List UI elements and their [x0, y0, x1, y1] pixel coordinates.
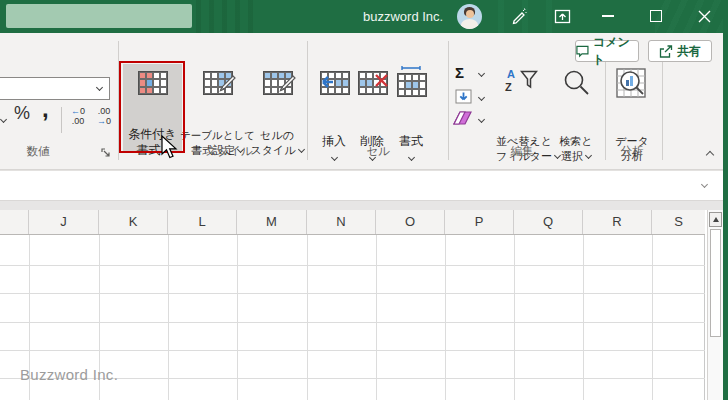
sigma-icon: Σ [455, 64, 464, 81]
cell-styles-button[interactable]: セルの スタイル [250, 64, 304, 152]
group-label-styles: スタイル [199, 144, 259, 159]
dec-decimal-zeros: .00 [92, 106, 116, 116]
comments-label: コメント [593, 34, 638, 68]
delete-x-icon [374, 73, 389, 88]
find-select-button[interactable]: 検索と 選択 [553, 66, 599, 158]
number-dialog-launcher[interactable] [101, 145, 112, 163]
share-label: 共有 [677, 43, 701, 60]
ruler-icon [401, 66, 421, 71]
filter-funnel-icon [520, 70, 538, 92]
autosum-button[interactable]: Σ [455, 64, 489, 83]
group-separator [118, 41, 119, 160]
brush-icon [214, 74, 236, 96]
dropdown-chevron-icon [331, 154, 338, 161]
triangle-up-icon [713, 217, 719, 222]
chevron-up-icon [706, 151, 714, 159]
vertical-scrollbar[interactable] [707, 210, 723, 400]
formula-bar[interactable] [0, 170, 723, 201]
inc-decimal-zeros: .00 [66, 116, 90, 126]
comment-bubble-icon [576, 45, 589, 58]
dropdown-chevron-icon [478, 70, 485, 77]
gridline-h [0, 265, 705, 266]
combo-chevron-icon[interactable] [96, 84, 103, 91]
ink-pen-icon[interactable] [509, 6, 529, 26]
avatar[interactable] [457, 4, 482, 29]
formula-headers-gap [0, 201, 723, 210]
column-header[interactable]: J [29, 210, 99, 234]
window-right-edge [723, 0, 728, 400]
account-name: buzzword Inc. [363, 0, 443, 33]
scrollbar-thumb[interactable] [710, 229, 721, 337]
number-format-combo[interactable] [0, 77, 110, 100]
group-label-analysis: 分析 [608, 144, 656, 159]
sort-a-glyph: A [507, 68, 515, 80]
grid-right-edge [704, 235, 705, 400]
format-as-table-button[interactable]: テーブルとして 書式設定 [186, 64, 248, 152]
gridline-h [0, 350, 705, 351]
cell-text-watermark: Buzzword Inc. [20, 366, 118, 383]
sheet-grid[interactable]: Buzzword Inc. [0, 235, 705, 400]
insert-label: 挿入 [316, 134, 352, 149]
dropdown-chevron-icon [478, 116, 485, 123]
fill-down-icon [455, 89, 472, 104]
cell-styles-label-1: セルの [250, 128, 304, 142]
cropped-dropdown-chevron-icon[interactable] [0, 116, 7, 123]
fill-button[interactable] [455, 89, 489, 106]
ribbon: % , ←0 .00 .00 →0 数値 条件付き 書式 [0, 33, 728, 170]
close-button[interactable] [694, 6, 714, 26]
column-header[interactable]: K [99, 210, 168, 234]
column-header[interactable]: Q [514, 210, 583, 234]
column-header[interactable]: M [237, 210, 307, 234]
data-analysis-icon [616, 68, 649, 103]
gridline-v [445, 235, 446, 400]
find-select-label-2: 選択 [553, 149, 599, 163]
column-header[interactable]: O [376, 210, 445, 234]
avatar-body [461, 19, 478, 29]
eraser-icon [453, 111, 473, 127]
maximize-button[interactable] [646, 6, 666, 26]
sort-z-glyph: Z [505, 81, 512, 93]
format-cells-icon [397, 73, 427, 97]
ribbon-display-icon[interactable] [552, 6, 572, 26]
gridline-v [583, 235, 584, 400]
title-bar: buzzword Inc. [0, 0, 728, 33]
column-header[interactable]: R [583, 210, 652, 234]
dropdown-chevron-icon [408, 154, 415, 161]
gridline-v [652, 235, 653, 400]
insert-arrow-icon [316, 76, 334, 88]
column-header[interactable]: S [652, 210, 705, 234]
column-headers: J K L M N O P Q R S [0, 210, 705, 235]
collapse-ribbon-button[interactable] [704, 148, 718, 160]
dropdown-chevron-icon [297, 146, 304, 153]
column-header[interactable]: L [168, 210, 237, 234]
minimize-button[interactable] [598, 6, 618, 26]
dec-decimal-num: 0 [106, 116, 111, 126]
share-icon [659, 45, 673, 58]
insert-cells-button[interactable]: 挿入 [316, 66, 352, 158]
format-as-table-label-1: テーブルとして [180, 128, 254, 142]
group-label-editing: 編集 [498, 144, 546, 159]
column-header[interactable]: N [307, 210, 376, 234]
maximize-glyph [650, 10, 662, 22]
gridline-v [237, 235, 238, 400]
inc-decimal-num: 0 [80, 106, 85, 116]
clear-button[interactable] [453, 111, 489, 129]
group-label-number: 数値 [14, 144, 62, 159]
dropdown-chevron-icon [585, 152, 592, 159]
gridline-v [168, 235, 169, 400]
minimize-glyph [602, 15, 614, 17]
increase-decimal-button[interactable]: ←0 .00 [66, 106, 90, 126]
column-header[interactable]: P [445, 210, 514, 234]
magnifier-icon [562, 69, 590, 97]
comma-style-button[interactable]: , [42, 95, 49, 123]
percent-style-button[interactable]: % [14, 103, 30, 124]
formula-bar-expand-icon[interactable] [701, 181, 708, 188]
group-separator [307, 41, 308, 160]
decrease-decimal-button[interactable]: .00 →0 [92, 106, 116, 126]
group-separator [448, 41, 449, 160]
share-button[interactable]: 共有 [648, 40, 712, 62]
search-box[interactable] [6, 4, 192, 28]
scrollbar-up-button[interactable] [709, 212, 722, 227]
column-header-partial[interactable] [0, 210, 29, 234]
comments-button[interactable]: コメント [575, 40, 639, 62]
